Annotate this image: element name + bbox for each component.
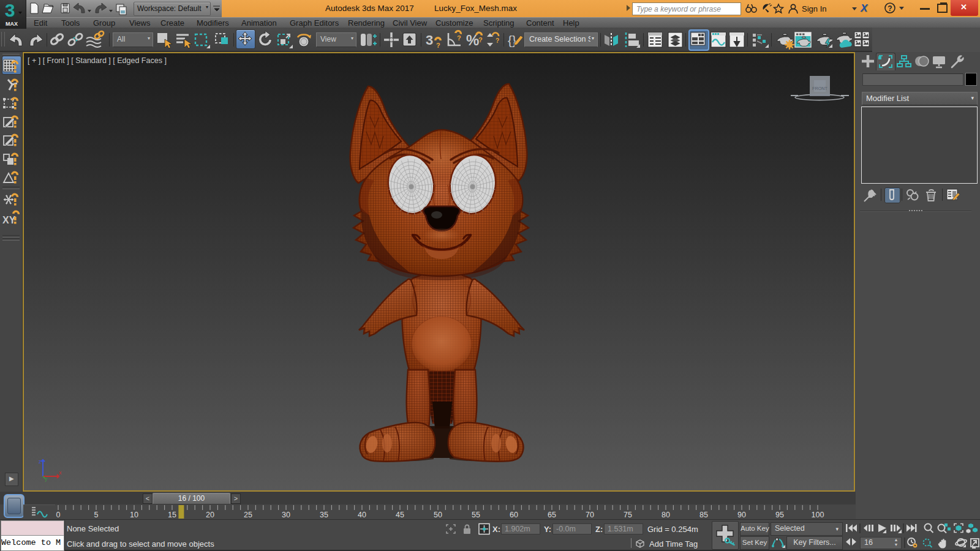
svg-text:80: 80 bbox=[662, 511, 670, 519]
svg-text:100: 100 bbox=[812, 511, 824, 519]
svg-text:3: 3 bbox=[5, 0, 15, 20]
svg-text:?: ? bbox=[436, 42, 440, 49]
svg-text:0: 0 bbox=[56, 511, 61, 519]
svg-text:85: 85 bbox=[699, 511, 708, 519]
svg-text:?: ? bbox=[457, 34, 461, 42]
svg-text:65: 65 bbox=[548, 511, 556, 519]
svg-text:70: 70 bbox=[586, 511, 594, 519]
svg-text:15: 15 bbox=[168, 511, 176, 519]
svg-text:90: 90 bbox=[737, 511, 746, 519]
svg-text:55: 55 bbox=[472, 511, 480, 519]
svg-text:Sign In: Sign In bbox=[802, 4, 826, 13]
svg-text:60: 60 bbox=[510, 511, 518, 519]
svg-text:25: 25 bbox=[244, 511, 252, 519]
svg-text:50: 50 bbox=[434, 511, 442, 519]
svg-text:40: 40 bbox=[358, 511, 366, 519]
svg-text:?: ? bbox=[478, 36, 483, 43]
svg-text:XY: XY bbox=[2, 215, 16, 225]
svg-text:75: 75 bbox=[624, 511, 632, 519]
svg-text:45: 45 bbox=[396, 511, 404, 519]
svg-text:MAX: MAX bbox=[6, 21, 18, 27]
svg-text:95: 95 bbox=[775, 511, 784, 519]
svg-text:10: 10 bbox=[130, 511, 138, 519]
svg-text:5: 5 bbox=[94, 511, 99, 519]
svg-text:3: 3 bbox=[426, 32, 433, 48]
svg-text:20: 20 bbox=[206, 511, 214, 519]
svg-text:35: 35 bbox=[320, 511, 328, 519]
svg-text:30: 30 bbox=[282, 511, 290, 519]
svg-text:?: ? bbox=[888, 4, 892, 13]
svg-text:?: ? bbox=[496, 37, 499, 44]
